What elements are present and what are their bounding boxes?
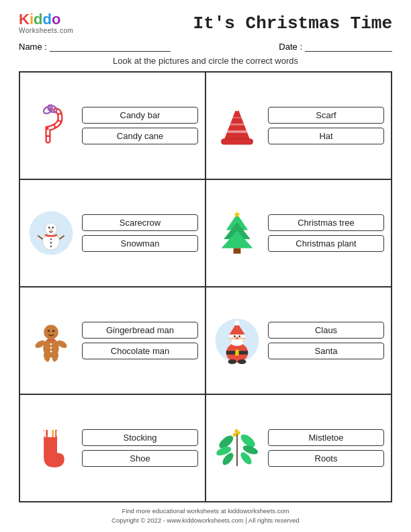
svg-point-50 xyxy=(238,359,246,364)
word-chocolate-man: Chocolate man xyxy=(82,343,198,359)
mistletoe-image xyxy=(213,424,261,472)
logo: Kiddo Worksheets.com xyxy=(19,12,73,34)
svg-point-36 xyxy=(50,351,52,353)
word-snowman: Snowman xyxy=(82,235,198,252)
date-label: Date : xyxy=(279,42,302,52)
page: Kiddo Worksheets.com It's Christmas Time… xyxy=(0,0,411,532)
cell-christmas-tree: Christmas tree Christmas plant xyxy=(205,179,392,287)
word-claus: Claus xyxy=(268,322,384,339)
svg-point-49 xyxy=(228,359,237,364)
name-date-row: Name : Date : xyxy=(19,41,392,52)
footer-line1: Find more educational worksheets at kidd… xyxy=(19,506,392,516)
cell-mistletoe: Mistletoe Roots xyxy=(205,394,392,502)
gingerbread-image xyxy=(27,316,75,365)
cell-snowman: Scarecrow Snowman xyxy=(19,179,205,287)
hat-words: Scarf Hat xyxy=(268,107,384,144)
word-candy-bar: Candy bar xyxy=(82,107,198,124)
svg-marker-22 xyxy=(222,230,253,248)
word-shoe: Shoe xyxy=(82,450,198,467)
svg-rect-40 xyxy=(235,349,238,355)
svg-point-27 xyxy=(48,330,50,332)
svg-point-35 xyxy=(50,347,52,349)
cell-stocking: Stocking Shoe xyxy=(19,394,205,502)
christmas-tree-image xyxy=(213,209,261,257)
snowman-words: Scarecrow Snowman xyxy=(82,214,198,252)
word-mistletoe: Mistletoe xyxy=(268,429,384,446)
mistletoe-words: Mistletoe Roots xyxy=(268,429,384,467)
svg-point-12 xyxy=(48,226,50,228)
instruction: Look at the pictures and circle the corr… xyxy=(19,56,392,66)
word-candy-cane: Candy cane xyxy=(82,128,198,144)
cell-candy-cane: Candy bar Candy cane xyxy=(19,72,205,179)
gingerbread-words: Gingerbread man Chocolate man xyxy=(82,322,198,359)
date-underline xyxy=(305,41,392,52)
svg-point-13 xyxy=(52,226,54,228)
word-christmas-tree: Christmas tree xyxy=(268,214,384,231)
cell-hat: Scarf Hat xyxy=(205,72,392,179)
svg-point-28 xyxy=(52,330,54,332)
word-gingerbread-man: Gingerbread man xyxy=(82,322,198,339)
svg-point-47 xyxy=(236,337,239,340)
cell-gingerbread: Gingerbread man Chocolate man xyxy=(19,287,205,394)
svg-point-17 xyxy=(50,245,52,247)
svg-rect-23 xyxy=(234,248,241,253)
word-stocking: Stocking xyxy=(82,429,198,446)
logo-sub: Worksheets.com xyxy=(19,27,73,34)
candy-cane-words: Candy bar Candy cane xyxy=(82,107,198,144)
santa-words: Claus Santa xyxy=(268,322,384,359)
main-grid: Candy bar Candy cane xyxy=(19,71,392,502)
svg-rect-7 xyxy=(222,139,253,144)
svg-point-8 xyxy=(234,104,241,112)
footer: Find more educational worksheets at kidd… xyxy=(19,502,392,526)
hat-image xyxy=(213,101,261,150)
candy-cane-image xyxy=(27,101,75,150)
stocking-words: Stocking Shoe xyxy=(82,429,198,467)
header: Kiddo Worksheets.com It's Christmas Time xyxy=(19,12,392,34)
svg-point-45 xyxy=(234,335,236,337)
word-christmas-plant: Christmas plant xyxy=(268,235,384,252)
word-hat: Hat xyxy=(268,128,384,144)
logo-text: Kiddo xyxy=(19,12,60,27)
svg-point-15 xyxy=(50,238,52,240)
snowman-image xyxy=(27,209,75,257)
svg-point-44 xyxy=(234,320,239,325)
svg-point-26 xyxy=(44,324,58,339)
svg-point-65 xyxy=(234,429,238,433)
footer-line2: Copyright © 2022 - www.kiddoworksheets.c… xyxy=(19,516,392,525)
svg-point-48 xyxy=(231,340,243,346)
word-roots: Roots xyxy=(268,450,384,467)
svg-point-63 xyxy=(233,433,236,436)
name-field: Name : xyxy=(19,41,171,52)
svg-point-16 xyxy=(50,242,52,244)
page-title: It's Christmas Time xyxy=(193,13,392,34)
date-field: Date : xyxy=(279,41,392,52)
word-scarf: Scarf xyxy=(268,107,384,124)
name-underline xyxy=(50,41,171,52)
stocking-image xyxy=(27,424,75,472)
svg-point-34 xyxy=(50,343,52,345)
svg-point-2 xyxy=(48,107,52,111)
name-label: Name : xyxy=(19,42,47,52)
word-scarecrow: Scarecrow xyxy=(82,214,198,231)
svg-point-46 xyxy=(238,335,240,337)
word-santa: Santa xyxy=(268,343,384,359)
cell-santa: Claus Santa xyxy=(205,287,392,394)
christmas-tree-words: Christmas tree Christmas plant xyxy=(268,214,384,252)
santa-image xyxy=(213,316,261,365)
